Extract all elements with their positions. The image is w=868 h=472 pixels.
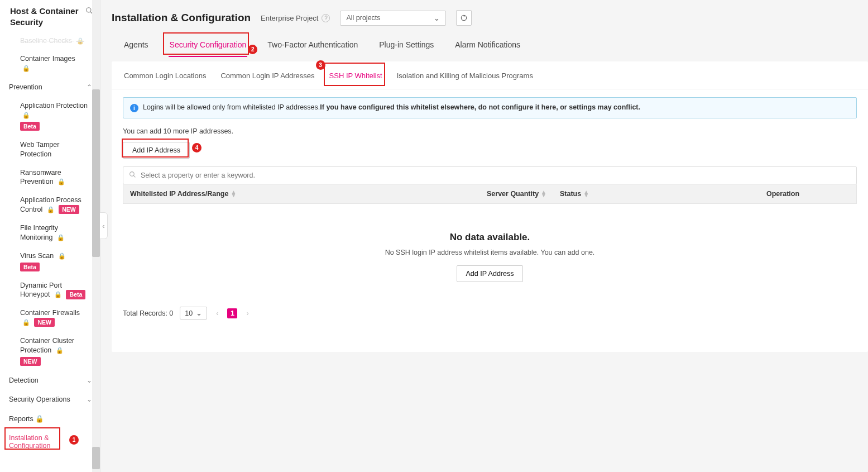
- tab-plugin-settings[interactable]: Plug-in Settings: [378, 35, 435, 57]
- sidebar-item-container-firewalls[interactable]: Container Firewalls🔒 NEW: [0, 304, 100, 332]
- help-icon[interactable]: ?: [322, 14, 330, 22]
- whitelist-table: Whitelisted IP Address/Range ▲▼ Server Q…: [123, 184, 857, 299]
- scrollbar-thumb[interactable]: [92, 447, 100, 469]
- step-marker-2: 2: [248, 45, 257, 54]
- sidebar-item-app-protection[interactable]: Application Protection 🔒 Beta: [0, 97, 100, 136]
- tab-alarm-notifications[interactable]: Alarm Notifications: [454, 35, 521, 57]
- lock-icon: 🔒: [35, 415, 44, 423]
- banner-text-a: Logins will be allowed only from whiteli…: [143, 103, 320, 111]
- add-ip-button[interactable]: Add IP Address: [123, 142, 190, 159]
- empty-heading: No data available.: [123, 232, 857, 243]
- col-ip[interactable]: Whitelisted IP Address/Range ▲▼: [123, 184, 335, 203]
- page-next[interactable]: ›: [244, 309, 251, 317]
- step-marker-4: 4: [192, 143, 202, 152]
- tab-2fa[interactable]: Two-Factor Authentication: [266, 35, 359, 57]
- search-bar[interactable]: [123, 166, 857, 184]
- beta-badge: Beta: [66, 290, 85, 299]
- collapse-sidebar-handle[interactable]: ‹: [100, 212, 108, 239]
- sidebar-item-reports[interactable]: Reports 🔒: [0, 409, 100, 428]
- subtab-common-ips[interactable]: Common Login IP Addresses: [219, 70, 315, 81]
- lock-icon: 🔒: [56, 347, 64, 354]
- sidebar-item-app-process[interactable]: Application Process Control 🔒 NEW: [0, 191, 100, 219]
- lock-icon: 🔒: [54, 291, 62, 298]
- col-status[interactable]: Status ▲▼: [553, 184, 760, 203]
- enterprise-project-label: Enterprise Project ?: [261, 14, 330, 22]
- sidebar-item-install-config[interactable]: Installation & Configuration 1: [0, 428, 100, 455]
- sidebar-item-container-images[interactable]: Container Images🔒: [0, 50, 100, 78]
- sort-icon: ▲▼: [541, 190, 546, 197]
- sidebar: Host & Container Security Baseline Check…: [0, 0, 100, 472]
- add-ip-button-empty[interactable]: Add IP Address: [457, 265, 524, 282]
- chevron-down-icon: ⌄: [196, 309, 202, 317]
- sidebar-item-web-tamper[interactable]: Web Tamper Protection: [0, 136, 100, 164]
- step-marker-1: 1: [69, 435, 79, 445]
- scrollbar-thumb[interactable]: [92, 89, 100, 257]
- product-title: Host & Container Security: [10, 6, 85, 28]
- beta-badge: Beta: [20, 263, 40, 271]
- lock-icon: 🔒: [76, 37, 84, 44]
- lock-icon: 🔒: [57, 234, 65, 241]
- sidebar-group-prevention[interactable]: Prevention ⌃: [0, 78, 100, 97]
- sidebar-scroll[interactable]: Baseline Checks 🔒 Container Images🔒 Prev…: [0, 36, 100, 473]
- pagination: Total Records: 0 10 ⌄ ‹ 1 ›: [112, 299, 868, 330]
- new-badge: NEW: [34, 318, 55, 327]
- page-title: Installation & Configuration: [112, 12, 251, 24]
- lock-icon: 🔒: [22, 112, 30, 118]
- search-icon: [129, 171, 136, 180]
- main-content: Installation & Configuration Enterprise …: [100, 0, 868, 472]
- col-operation: Operation: [760, 184, 856, 203]
- sidebar-item-cluster-prot[interactable]: Container Cluster Protection 🔒 NEW: [0, 332, 100, 371]
- empty-subtext: No SSH login IP address whitelist items …: [123, 249, 857, 256]
- sort-icon: ▲▼: [231, 190, 236, 197]
- lock-icon: 🔒: [57, 178, 65, 185]
- page-current[interactable]: 1: [227, 308, 237, 318]
- empty-state: No data available. No SSH login IP addre…: [123, 204, 857, 299]
- page-prev[interactable]: ‹: [214, 309, 220, 317]
- svg-point-0: [87, 8, 91, 12]
- primary-tabs: Agents Security Configuration 2 Two-Fact…: [112, 29, 857, 57]
- new-badge: NEW: [59, 205, 79, 214]
- refresh-button[interactable]: [456, 10, 472, 26]
- chevron-down-icon: ⌄: [87, 395, 92, 403]
- lock-icon: 🔒: [47, 206, 55, 213]
- quota-text: You can add 10 more IP addresses.: [112, 118, 868, 140]
- info-banner: i Logins will be allowed only from white…: [123, 97, 857, 118]
- svg-line-4: [133, 175, 135, 177]
- page-size-select[interactable]: 10 ⌄: [180, 307, 207, 320]
- chevron-down-icon: ⌄: [434, 14, 440, 22]
- new-badge: NEW: [20, 357, 41, 366]
- sidebar-item-file-integrity[interactable]: File Integrity Monitoring 🔒: [0, 219, 100, 247]
- enterprise-project-select[interactable]: All projects ⌄: [340, 11, 446, 26]
- lock-icon: 🔒: [22, 319, 30, 326]
- beta-badge: Beta: [20, 122, 40, 131]
- info-icon: i: [130, 104, 138, 112]
- sort-icon: ▲▼: [583, 190, 589, 197]
- total-records: Total Records: 0: [123, 309, 173, 317]
- tab-agents[interactable]: Agents: [123, 35, 150, 57]
- sidebar-item-baseline[interactable]: Baseline Checks 🔒: [0, 36, 100, 50]
- sidebar-item-ransomware[interactable]: Ransomware Prevention 🔒: [0, 164, 100, 192]
- secondary-tabs: Common Login Locations Common Login IP A…: [112, 61, 868, 89]
- banner-text-b: If you have configured this whitelist el…: [320, 103, 640, 111]
- svg-point-3: [130, 172, 135, 177]
- chevron-down-icon: ⌄: [87, 376, 92, 384]
- sidebar-item-honeypot[interactable]: Dynamic Port Honeypot 🔒 Beta: [0, 276, 100, 304]
- subtab-ssh-whitelist[interactable]: SSH IP Whitelist 3: [328, 70, 383, 81]
- col-qty[interactable]: Server Quantity ▲▼: [335, 184, 553, 203]
- sidebar-group-security-ops[interactable]: Security Operations ⌄: [0, 390, 100, 409]
- lock-icon: 🔒: [22, 65, 30, 71]
- tab-security-config[interactable]: Security Configuration 2: [169, 35, 248, 57]
- sidebar-group-detection[interactable]: Detection ⌄: [0, 371, 100, 390]
- sidebar-item-virus-scan[interactable]: Virus Scan 🔒 Beta: [0, 247, 100, 276]
- subtab-common-locations[interactable]: Common Login Locations: [123, 70, 207, 81]
- step-marker-3: 3: [316, 60, 325, 70]
- search-input[interactable]: [141, 171, 851, 179]
- chevron-up-icon: ⌃: [87, 83, 92, 91]
- lock-icon: 🔒: [58, 252, 66, 259]
- content-card: Common Login Locations Common Login IP A…: [112, 61, 868, 352]
- subtab-isolation[interactable]: Isolation and Killing of Malicious Progr…: [396, 70, 534, 81]
